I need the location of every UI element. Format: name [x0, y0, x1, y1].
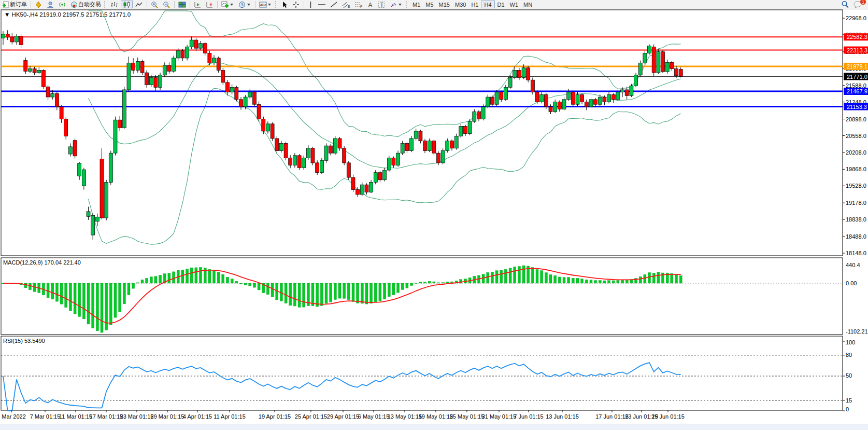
notifications-button[interactable]: 1 [852, 1, 864, 8]
indicators-add-icon [221, 1, 229, 8]
rsi-axis-label: 80 [846, 352, 852, 358]
price-tick-label: 18838.0 [846, 216, 866, 223]
fibonacci-icon: F [354, 1, 363, 8]
timeframe-m15-button[interactable]: M15 [436, 1, 452, 8]
price-tick-label: 18488.0 [846, 233, 866, 240]
time-tick-label: 13 Jun 01:15 [546, 413, 579, 420]
zoom-out-button[interactable] [161, 1, 172, 8]
label-tool-button[interactable]: T [376, 1, 387, 8]
templates-caret-icon[interactable] [268, 4, 271, 6]
price-tick-label: 19528.0 [846, 183, 866, 189]
document-plus-icon [2, 1, 10, 8]
price-badge-label: 21153.3 [847, 104, 867, 110]
auto-scroll-icon [194, 1, 202, 8]
profile-button[interactable] [45, 1, 56, 8]
chart-shift-button[interactable] [204, 1, 215, 8]
mt4-window: { "toolbar": { "new_order": "新订单", "auto… [0, 0, 868, 430]
rsi-axis-label: 15 [846, 397, 852, 404]
timeframe-w1-button[interactable]: W1 [507, 1, 521, 8]
price-badge-label: 22582.3 [847, 34, 867, 40]
timeframe-d1-button[interactable]: D1 [495, 1, 507, 8]
arrows-tool-button[interactable] [388, 1, 404, 8]
time-tick-label: 19 Apr 01:15 [259, 413, 291, 420]
indicators-caret-icon[interactable] [230, 4, 233, 6]
time-tick-label: 11 Mar 01:15 [59, 413, 92, 420]
macd-pane[interactable] [1, 258, 843, 335]
autotrading-button[interactable]: 自动交易 [69, 1, 103, 8]
line-chart-button[interactable] [134, 1, 145, 8]
time-tick-label: 11 Apr 01:15 [214, 413, 246, 420]
trendline-tool-button[interactable] [329, 1, 339, 8]
crosshair-button[interactable] [291, 1, 302, 8]
tile-windows-icon [178, 1, 186, 8]
vline-tool-button[interactable] [306, 1, 315, 8]
rsi-pane[interactable] [1, 336, 843, 410]
price-tick-label: 19868.0 [846, 166, 866, 172]
time-tick-label: 7 Jun 01:15 [514, 413, 544, 420]
periods-button[interactable] [237, 1, 253, 8]
broadcast-icon [59, 1, 66, 8]
timeframe-h1-button[interactable]: H1 [468, 1, 481, 8]
indicators-button[interactable] [220, 1, 236, 8]
templates-button[interactable] [258, 1, 274, 8]
clock-icon [238, 1, 246, 8]
text-tool-icon: A [367, 1, 374, 8]
fibonacci-tool-button[interactable]: F [353, 1, 364, 8]
template-icon [259, 1, 267, 8]
time-tick-label: 4 Apr 01:15 [183, 413, 212, 420]
timeframe-group: M1M5M15M30H1H4D1W1MN [410, 1, 535, 8]
chart-area[interactable]: 22968.022628.022278.021938.021588.021248… [0, 0, 868, 430]
time-tick-label: 29 Mar 01:15 [151, 413, 184, 420]
hline-tool-button[interactable] [316, 1, 328, 8]
price-badge-label: 22313.3 [847, 47, 867, 53]
svg-text:F: F [360, 5, 362, 8]
svg-text:E: E [348, 5, 350, 8]
search-button[interactable] [839, 1, 851, 8]
timeframe-m5-button[interactable]: M5 [423, 1, 436, 8]
price-tick-label: 20898.0 [846, 116, 866, 122]
rsi-axis-label: 50 [846, 372, 852, 379]
channel-tool-button[interactable]: E [340, 1, 352, 8]
rsi-axis-label: 100 [846, 339, 855, 345]
time-tick-label: 13 May 01:15 [388, 413, 422, 420]
price-tick-label: 20208.0 [846, 149, 866, 156]
crosshair-icon [292, 1, 300, 8]
chart-shift-icon [206, 1, 214, 8]
new-order-button[interactable]: 新订单 [1, 1, 29, 8]
cursor-icon [281, 1, 288, 8]
candlestick-icon [123, 1, 131, 8]
macd-axis-label: 0.00 [846, 280, 857, 286]
bar-chart-icon [110, 1, 118, 8]
price-badge-label: 21467.9 [847, 88, 867, 94]
line-chart-icon [135, 1, 143, 8]
price-tick-label: 20558.0 [846, 133, 866, 139]
text-tool-button[interactable]: A [365, 1, 375, 8]
notification-badge: 1 [860, 0, 866, 5]
styler-button[interactable] [33, 1, 44, 8]
svg-text:T: T [380, 2, 384, 8]
chart-svg[interactable]: 22968.022628.022278.021938.021588.021248… [0, 0, 868, 430]
price-badge-21771.0: 21771.0 [844, 73, 868, 80]
price-tick-label: 19178.0 [846, 200, 866, 206]
time-tick-label: 23 Mar 01:15 [120, 413, 154, 420]
time-tick-label: 25 May 01:15 [450, 413, 485, 420]
person-icon [47, 1, 54, 8]
status-strip [0, 424, 868, 430]
auto-scroll-button[interactable] [192, 1, 203, 8]
timeframe-h4-button[interactable]: H4 [481, 1, 494, 8]
bar-chart-button[interactable] [109, 1, 120, 8]
timeframe-m1-button[interactable]: M1 [410, 1, 423, 8]
arrows-caret-icon[interactable] [399, 4, 402, 6]
candle-chart-button[interactable] [121, 1, 133, 8]
macd-axis-label: -1102.21 [846, 328, 868, 335]
cursor-button[interactable] [280, 1, 290, 8]
horizontal-line-icon [318, 1, 326, 8]
zoom-in-button[interactable] [149, 1, 160, 8]
signals-button[interactable] [57, 1, 68, 8]
periods-caret-icon[interactable] [247, 4, 250, 6]
timeframe-m30-button[interactable]: M30 [452, 1, 468, 8]
time-tick-label: 19 May 01:15 [419, 413, 453, 420]
time-tick-label: 6 May 01:15 [358, 413, 390, 420]
tile-windows-button[interactable] [177, 1, 188, 8]
timeframe-mn-button[interactable]: MN [521, 1, 535, 8]
